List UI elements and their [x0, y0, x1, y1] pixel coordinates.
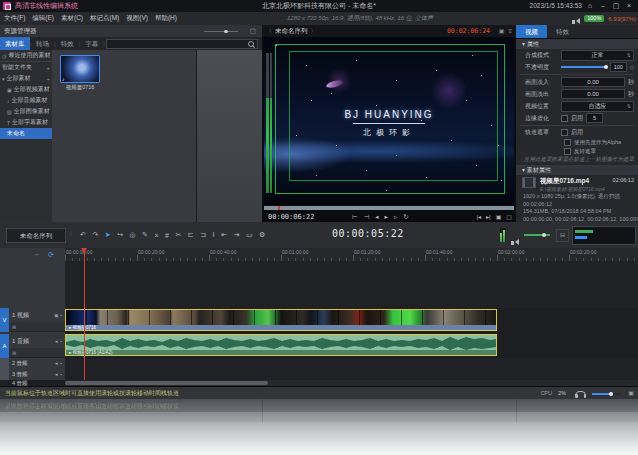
section-properties[interactable]: ▾ 属性: [516, 39, 638, 49]
monitor-menu-icon[interactable]: ≡: [508, 25, 512, 37]
menu-file[interactable]: 文件(F): [4, 14, 25, 23]
monitor-icon[interactable]: ▣: [54, 313, 58, 318]
scrollbar-thumb[interactable]: [65, 381, 268, 385]
home-icon[interactable]: ⌂: [584, 0, 596, 12]
add-icon[interactable]: +: [46, 76, 50, 82]
undo-icon[interactable]: ↶: [80, 231, 86, 239]
close-icon[interactable]: ×: [623, 0, 635, 12]
timeline-ruler[interactable]: 00:00:00:00 00:00:20:00 00:00:40:00 00:0…: [65, 248, 638, 262]
fade-in-input[interactable]: 0.00: [561, 77, 625, 87]
lock-icon[interactable]: ▪: [60, 313, 62, 318]
search-input[interactable]: [106, 39, 258, 49]
invert-mask-checkbox[interactable]: [564, 148, 571, 155]
shift-right-icon[interactable]: ⇥: [234, 231, 240, 239]
opacity-slider[interactable]: [561, 66, 607, 68]
fade-out-input[interactable]: 0.00: [561, 89, 625, 99]
snap-toggle-icon[interactable]: ◎: [130, 231, 136, 239]
ripple-delete-icon[interactable]: #: [165, 232, 169, 239]
delete-tool-icon[interactable]: ×: [154, 232, 158, 239]
jump-end-icon[interactable]: ▸|: [486, 213, 491, 220]
add-icon[interactable]: +: [46, 65, 50, 71]
select-tool-icon[interactable]: ➤: [105, 231, 111, 239]
audio-track-header[interactable]: 1 音频 ◄▪: [9, 334, 65, 348]
sequence-chevron-icon[interactable]: 〉: [69, 228, 75, 241]
slider-knob[interactable]: [609, 392, 613, 396]
display-options-icon[interactable]: ▣: [499, 25, 505, 37]
audio2-track-tab[interactable]: [0, 358, 9, 369]
headphone-icon[interactable]: [575, 391, 586, 397]
lock-icon[interactable]: ▪: [60, 339, 62, 344]
menu-view[interactable]: 视图(V): [126, 14, 148, 23]
tree-item-all-audio[interactable]: ♪ 全部音频素材: [0, 95, 52, 106]
preview-seek-bar[interactable]: [264, 206, 514, 210]
audio3-track-tab[interactable]: [0, 369, 9, 380]
slider-knob[interactable]: [224, 30, 228, 34]
menu-clip[interactable]: 素材(C): [61, 14, 83, 23]
pen-tool-icon[interactable]: ✎: [142, 231, 148, 239]
empty-track-lane[interactable]: [65, 284, 638, 309]
pan-tool-icon[interactable]: ↔: [34, 248, 40, 261]
monitor-volume-slider[interactable]: [592, 393, 622, 395]
mark-in-icon[interactable]: ⊢: [352, 213, 358, 221]
slider-knob[interactable]: [604, 65, 608, 69]
audio3-track-header[interactable]: 3 音频 ◄▪: [9, 369, 65, 380]
prev-frame-icon[interactable]: ◂: [375, 213, 378, 221]
seek-playhead[interactable]: [278, 206, 280, 210]
menu-edit[interactable]: 编辑(E): [32, 14, 54, 23]
tab-material-library[interactable]: 素材库: [0, 37, 30, 50]
redo-icon[interactable]: ↷: [92, 231, 98, 239]
prev-sequence-icon[interactable]: 〈: [266, 25, 272, 37]
speaker-icon[interactable]: ◄: [54, 372, 58, 377]
fullscreen-icon[interactable]: ▢: [506, 213, 512, 220]
range-select-icon[interactable]: ▭: [246, 231, 253, 239]
audio2-track-header[interactable]: 2 音频 ◄▪: [9, 358, 65, 369]
safe-area-toggle-icon[interactable]: ▣: [496, 213, 502, 220]
expand-panel-icon[interactable]: ▢: [250, 25, 256, 37]
menu-marker[interactable]: 标记点(M): [90, 14, 119, 23]
tab-titles[interactable]: 字幕: [80, 37, 103, 50]
playhead-marker[interactable]: [81, 248, 87, 256]
video-track-expander[interactable]: ⊞: [9, 322, 65, 332]
next-frame-icon[interactable]: ▹: [394, 213, 397, 221]
tab-transitions[interactable]: 转场: [31, 37, 54, 50]
audio-track-expander[interactable]: ⊞: [9, 348, 65, 358]
feather-value[interactable]: 5: [586, 113, 603, 123]
trim-in-tool-icon[interactable]: ⊏: [188, 231, 194, 239]
track-select-tool-icon[interactable]: ↪: [117, 231, 123, 239]
empty-track-lane[interactable]: [65, 261, 638, 285]
luma-alpha-checkbox[interactable]: [564, 139, 571, 146]
tree-item-all-subtitles[interactable]: T 全部字幕素材: [0, 117, 52, 128]
speaker-icon[interactable]: ◄: [54, 339, 58, 344]
mask-enable-checkbox[interactable]: [561, 129, 568, 136]
tree-item-untitled-bin[interactable]: 未命名: [0, 128, 52, 139]
opacity-value[interactable]: 100: [610, 62, 627, 72]
trim-out-tool-icon[interactable]: ⊐: [200, 231, 206, 239]
clip-thumbnail[interactable]: ♪: [60, 55, 100, 83]
tree-item-all-images[interactable]: ▨ 全部图像素材: [0, 106, 52, 117]
timeline-audio-clip[interactable]: ▸ 视频星0716 (A1/A2): [65, 334, 497, 356]
maximize-icon[interactable]: ▢: [610, 0, 622, 12]
jump-start-icon[interactable]: |◂: [477, 213, 482, 220]
video-position-select[interactable]: 自适应 ⇅: [561, 101, 634, 112]
minimize-icon[interactable]: –: [597, 0, 609, 12]
shift-left-icon[interactable]: ⇤: [221, 231, 227, 239]
feather-enable-checkbox[interactable]: [561, 115, 568, 122]
menu-help[interactable]: 帮助(H): [155, 14, 177, 23]
video-track-header[interactable]: 1 视频 ▣▪: [9, 308, 65, 322]
tab-video[interactable]: 视频: [516, 25, 547, 38]
speaker-icon[interactable]: [511, 231, 519, 249]
speaker-icon[interactable]: ◄: [54, 361, 58, 366]
tree-item-all-assets[interactable]: ▾ 全部素材 +: [0, 73, 52, 84]
insert-mode-icon[interactable]: Ⅰ: [213, 231, 215, 239]
refresh-icon[interactable]: ⟳: [48, 248, 54, 261]
volume-slider[interactable]: [524, 234, 550, 236]
video-track-tab[interactable]: V: [0, 308, 9, 332]
sequence-selector[interactable]: 未命名序列: [6, 228, 66, 243]
loop-icon[interactable]: ↻: [403, 213, 408, 221]
thumbnail-size-slider[interactable]: [204, 31, 238, 32]
timeline-settings-icon[interactable]: ⚙: [259, 231, 265, 239]
slider-knob[interactable]: [542, 233, 546, 237]
lock-icon[interactable]: ▪: [60, 372, 62, 377]
lock-icon[interactable]: ▪: [60, 361, 62, 366]
razor-tool-icon[interactable]: ✂: [175, 231, 181, 239]
